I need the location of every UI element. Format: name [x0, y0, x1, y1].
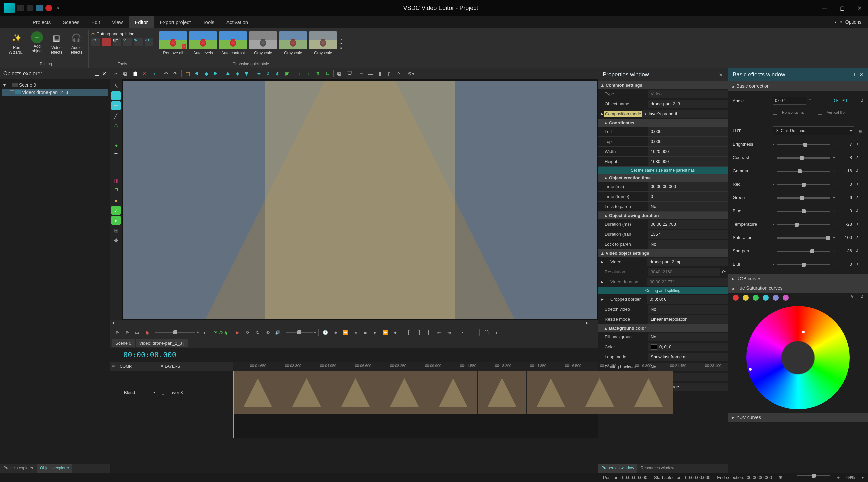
vflip-checkbox[interactable]	[818, 110, 822, 115]
style-auto-levels[interactable]: Auto levels	[189, 31, 217, 55]
zoom-out-icon[interactable]: ⊖	[123, 328, 131, 337]
prop-lock-parent-2[interactable]: No	[648, 240, 728, 249]
marker-in-icon[interactable]: ⎡	[405, 328, 413, 337]
split-tool-icon[interactable]: ⤢▾	[91, 38, 100, 46]
pin-icon[interactable]: ⊥	[95, 71, 99, 77]
prop-stretch[interactable]: No	[648, 305, 728, 314]
copy-icon[interactable]: ⿻	[121, 69, 130, 78]
qat-open-icon[interactable]	[27, 5, 33, 11]
ellipse-tool-icon[interactable]: ⬭	[111, 121, 121, 130]
prop-video[interactable]: drone-pan_2.mp	[647, 258, 728, 266]
prop-lock-parent[interactable]: No	[648, 202, 728, 211]
fit-icon[interactable]: ▣	[283, 69, 291, 78]
undo-icon[interactable]: ↶	[162, 69, 170, 78]
hflip-checkbox[interactable]	[773, 110, 777, 115]
timeline-clip[interactable]	[233, 371, 673, 414]
zoom-slider[interactable]	[797, 475, 830, 476]
reset-angle-icon[interactable]: ↺	[860, 99, 863, 103]
tool-sync-icon[interactable]: ⊕▾	[145, 38, 153, 46]
prop-duration-ms[interactable]: 00:00:22.783	[648, 220, 728, 229]
color-green[interactable]	[753, 295, 759, 301]
scroll-right-icon[interactable]: ▸	[584, 320, 590, 326]
menu-editor[interactable]: Editor	[129, 16, 154, 28]
color-yellow[interactable]	[743, 295, 749, 301]
tool-crop-icon[interactable]: ◧▾	[113, 38, 121, 46]
fullscreen-icon[interactable]: ⛶	[482, 328, 491, 337]
tool-rotate-cw-icon[interactable]: ⟳	[123, 38, 132, 46]
video-tool-icon[interactable]: ▸	[111, 216, 121, 225]
vflip-label[interactable]: Vertical flip	[827, 110, 845, 114]
menu-scenes[interactable]: Scenes	[57, 16, 85, 28]
center-both-icon[interactable]: ⊕	[273, 69, 282, 78]
reset-sharpen-icon[interactable]: ↺	[855, 249, 863, 253]
image-tool-icon[interactable]: ▭	[111, 101, 121, 110]
select-icon[interactable]: ◫	[183, 69, 192, 78]
set-same-size-button[interactable]: Set the same size as the parent has	[598, 167, 728, 174]
slider-saturation[interactable]	[777, 237, 830, 239]
loop-play-icon[interactable]: ⟳	[243, 328, 252, 337]
redo-icon[interactable]: ↷	[171, 69, 180, 78]
settings-icon[interactable]: ⚙▾	[407, 69, 415, 78]
rotate-cw-icon[interactable]: ⟳	[834, 97, 839, 104]
paste-icon[interactable]: 📋	[131, 69, 140, 78]
tree-video-item[interactable]: Video: drone-pan_2_3	[2, 89, 108, 96]
menu-tools[interactable]: Tools	[197, 16, 220, 28]
align-top-icon[interactable]: ⯅	[224, 69, 232, 78]
angle-input[interactable]	[773, 97, 806, 105]
goto-out-icon[interactable]: ⇥	[445, 328, 453, 337]
move-back-icon[interactable]: ⇊	[323, 69, 332, 78]
layer2-icon[interactable]: ▬	[366, 69, 375, 78]
lut-select[interactable]: 3. Clair De Lune	[773, 126, 854, 135]
audio-tool-icon[interactable]: ♪	[111, 206, 121, 215]
cursor-tool-icon[interactable]: ↖	[111, 81, 121, 90]
style-auto-contrast[interactable]: Auto contrast	[219, 31, 247, 55]
slider-blue[interactable]	[777, 211, 830, 212]
rect-tool-icon[interactable]	[111, 91, 121, 100]
clock-icon[interactable]: 🕐	[321, 328, 330, 337]
track-dropdown-icon[interactable]: ▾	[153, 390, 155, 395]
tab-projects-explorer[interactable]: Projects explorer	[0, 464, 37, 473]
angle-up-icon[interactable]: ▴	[809, 98, 811, 101]
section-bgcolor[interactable]: ▴ Background color	[598, 324, 728, 332]
checkbox-icon[interactable]	[7, 83, 11, 87]
tool-marker-icon[interactable]	[102, 38, 111, 46]
dropdown-icon[interactable]: ▾	[200, 328, 209, 337]
hue-wheel[interactable]	[746, 306, 850, 409]
section-basic-correction[interactable]: ▴ Basic correction	[728, 81, 868, 91]
close-panel-icon[interactable]: ✕	[102, 71, 106, 77]
visibility-icon[interactable]: 👁	[214, 330, 217, 334]
reset-red-icon[interactable]: ↺	[855, 182, 863, 186]
slider-sharpen[interactable]	[777, 251, 830, 252]
styles-up-icon[interactable]: ▴	[340, 37, 342, 41]
reset-green-icon[interactable]: ↺	[855, 195, 863, 200]
collapse-icon[interactable]: ▾	[3, 82, 6, 88]
video-effects-button[interactable]: ▦ Video effects	[47, 30, 66, 56]
prop-resize-mode[interactable]: Linear interpolation	[648, 315, 728, 324]
layer4-icon[interactable]: ▯	[385, 69, 394, 78]
reset-gamma-icon[interactable]: ↺	[855, 169, 863, 173]
eye-col-icon[interactable]: 👁	[112, 364, 116, 369]
line-tool-icon[interactable]: ╱	[111, 111, 121, 120]
chart-tool-icon[interactable]: ▥	[111, 176, 121, 185]
prop-height[interactable]: 1080.000	[648, 157, 728, 166]
tree-scene[interactable]: ▾ Scene 0	[2, 81, 108, 89]
tool-rotate-ccw-icon[interactable]: ⟲	[134, 38, 143, 46]
loop-region-icon[interactable]: ↻	[253, 328, 262, 337]
move-tool-icon[interactable]: ✥	[111, 236, 121, 245]
track-toggle-icon[interactable]: ⎯	[162, 391, 164, 395]
res-badge[interactable]: 720p	[219, 330, 228, 335]
checkbox-icon[interactable]	[10, 90, 14, 94]
eyedropper-icon[interactable]: ✎	[851, 295, 854, 301]
minimize-button[interactable]: —	[820, 3, 829, 13]
circle-icon[interactable]: ○	[149, 69, 158, 78]
slider-contrast[interactable]	[777, 157, 830, 159]
reset-blue-icon[interactable]: ↺	[855, 209, 863, 213]
color-magenta[interactable]	[783, 295, 789, 301]
distribute-h-icon[interactable]: ⇔	[255, 69, 264, 78]
tab-objects-explorer[interactable]: Objects explorer	[37, 464, 72, 473]
cutting-label[interactable]: Cutting and splitting	[96, 31, 134, 36]
text-tool-icon[interactable]: T	[111, 151, 121, 160]
reset-brightness-icon[interactable]: ↺	[855, 142, 863, 146]
qat-save-icon[interactable]	[36, 5, 43, 11]
prop-time-ms[interactable]: 00:00:00.000	[648, 182, 728, 191]
